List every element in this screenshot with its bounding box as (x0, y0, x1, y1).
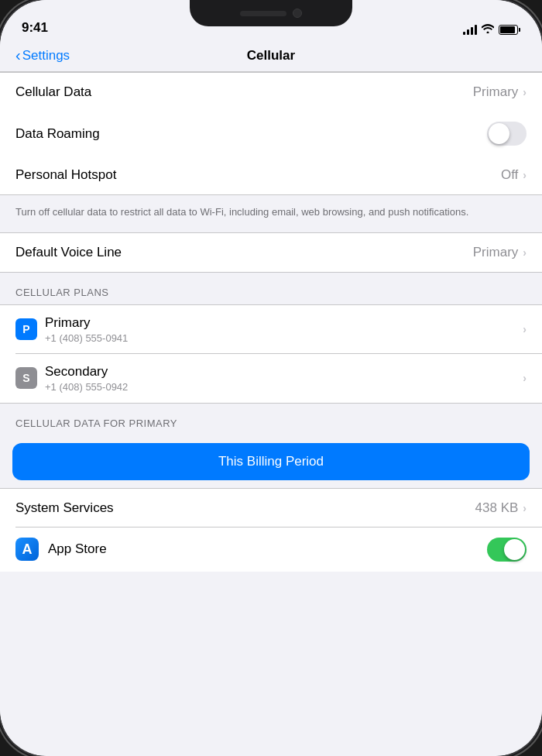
billing-section: This Billing Period (0, 435, 542, 488)
back-chevron-icon: ‹ (15, 46, 21, 64)
screen: 9:41 (0, 0, 542, 756)
chevron-right-icon: › (523, 86, 527, 98)
notch-speaker (240, 11, 286, 16)
secondary-plan-phone: +1 (408) 555-0942 (45, 381, 128, 393)
status-time: 9:41 (22, 20, 48, 37)
signal-bars-icon (463, 25, 477, 35)
secondary-plan-left: S Secondary +1 (408) 555-0942 (15, 364, 128, 393)
cellular-info-text: Turn off cellular data to restrict all d… (15, 204, 527, 220)
cellular-plans-header: CELLULAR PLANS (0, 273, 542, 304)
info-text-block: Turn off cellular data to restrict all d… (0, 195, 542, 232)
billing-period-button[interactable]: This Billing Period (12, 443, 530, 480)
chevron-right-icon: › (523, 372, 527, 384)
personal-hotspot-value: Off (501, 167, 518, 183)
chevron-right-icon: › (523, 169, 527, 181)
secondary-icon-letter: S (22, 372, 29, 384)
primary-plan-icon: P (15, 318, 37, 340)
secondary-plan-icon: S (15, 367, 37, 389)
secondary-plan-info: Secondary +1 (408) 555-0942 (45, 364, 128, 393)
system-services-row[interactable]: System Services 438 KB › (0, 489, 542, 527)
cellular-data-label: Cellular Data (15, 84, 91, 100)
notch-camera (293, 9, 302, 18)
app-store-letter: A (22, 541, 33, 558)
default-voice-value: Primary (473, 245, 519, 260)
primary-plan-left: P Primary +1 (408) 555-0941 (15, 315, 128, 344)
default-voice-right: Primary › (473, 245, 527, 260)
system-services-value: 438 KB (475, 500, 519, 516)
wifi-icon (482, 23, 494, 36)
back-label: Settings (22, 48, 70, 64)
primary-plan-phone: +1 (408) 555-0941 (45, 332, 128, 344)
plans-group: P Primary +1 (408) 555-0941 › S (0, 304, 542, 404)
app-store-label: App Store (48, 541, 107, 557)
cellular-data-primary-header: CELLULAR DATA FOR PRIMARY (0, 404, 542, 435)
cellular-data-right: Primary › (473, 84, 527, 100)
app-store-row[interactable]: A App Store (0, 527, 542, 572)
primary-icon-letter: P (22, 323, 29, 335)
secondary-plan-name: Secondary (45, 364, 128, 380)
primary-plan-name: Primary (45, 315, 128, 331)
chevron-right-icon: › (523, 246, 527, 259)
content-area: Cellular Data Primary › Data Roaming Per… (0, 72, 542, 744)
default-voice-label: Default Voice Line (15, 245, 122, 260)
back-button[interactable]: ‹ Settings (15, 48, 70, 64)
battery-icon (499, 25, 520, 35)
personal-hotspot-row[interactable]: Personal Hotspot Off › (0, 156, 542, 194)
phone-frame: 9:41 (0, 0, 542, 756)
status-icons (463, 23, 520, 37)
app-store-icon: A (15, 538, 39, 561)
nav-bar: ‹ Settings Cellular (0, 42, 542, 72)
data-roaming-toggle[interactable] (487, 122, 527, 146)
cellular-plans-section: CELLULAR PLANS P Primary +1 (408) 555-09… (0, 273, 542, 404)
chevron-right-icon: › (523, 323, 527, 335)
cellular-data-row[interactable]: Cellular Data Primary › (0, 73, 542, 112)
system-services-right: 438 KB › (475, 500, 527, 516)
page-title: Cellular (247, 48, 295, 64)
primary-plan-row[interactable]: P Primary +1 (408) 555-0941 › (0, 305, 542, 354)
primary-plan-info: Primary +1 (408) 555-0941 (45, 315, 128, 344)
personal-hotspot-label: Personal Hotspot (15, 167, 116, 183)
cellular-data-primary-section: CELLULAR DATA FOR PRIMARY This Billing P… (0, 404, 542, 572)
cellular-settings-group: Cellular Data Primary › Data Roaming Per… (0, 72, 542, 195)
notch (190, 0, 352, 26)
default-voice-row[interactable]: Default Voice Line Primary › (0, 233, 542, 272)
personal-hotspot-right: Off › (501, 167, 527, 183)
data-roaming-row[interactable]: Data Roaming (0, 112, 542, 156)
data-roaming-label: Data Roaming (15, 126, 100, 142)
secondary-plan-row[interactable]: S Secondary +1 (408) 555-0942 › (0, 354, 542, 403)
app-store-toggle-knob (504, 539, 525, 560)
app-store-left: A App Store (15, 538, 107, 561)
cellular-data-value: Primary (473, 84, 519, 100)
app-store-toggle[interactable] (487, 538, 527, 562)
system-services-label: System Services (15, 500, 114, 516)
toggle-knob (489, 123, 509, 144)
data-usage-group: System Services 438 KB › A App Store (0, 488, 542, 572)
default-voice-group: Default Voice Line Primary › (0, 232, 542, 273)
chevron-right-icon: › (523, 502, 527, 514)
